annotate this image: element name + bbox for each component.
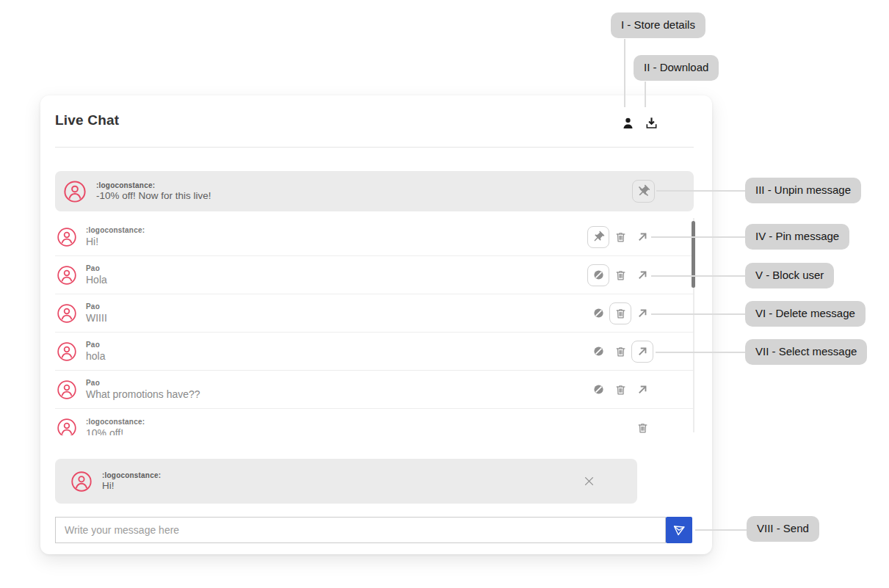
scrollbar-thumb[interactable] (692, 221, 695, 288)
message-input[interactable] (55, 517, 666, 543)
callout-label-vii: VII - Select message (745, 339, 867, 365)
message-list: :logoconstance: Hi! Pao Hola Pao WIIII P… (55, 218, 694, 435)
message-row: Pao WIIII (55, 294, 694, 333)
reply-preview: :logoconstance: Hi! (55, 459, 637, 504)
pin-slash-icon (636, 184, 650, 198)
avatar-icon (57, 304, 76, 323)
select-message-button[interactable] (631, 226, 653, 248)
block-icon (592, 345, 605, 357)
callout-connector-iii (656, 190, 745, 192)
unpin-message-button[interactable] (632, 180, 655, 203)
message-row: Pao Hola (55, 256, 694, 294)
download-icon (644, 116, 659, 131)
callout-connector-i (624, 39, 625, 107)
delete-message-button[interactable] (609, 264, 631, 286)
store-details-button[interactable] (619, 115, 636, 132)
avatar-icon (57, 266, 76, 285)
pin-icon (592, 231, 605, 244)
block-user-button[interactable] (587, 341, 609, 363)
block-icon (592, 269, 605, 281)
delete-message-button[interactable] (609, 302, 631, 324)
callout-label-v: V - Block user (745, 263, 834, 288)
callout-label-i: I - Store details (611, 12, 705, 38)
callout-label-ii: II - Download (634, 55, 719, 81)
select-message-button[interactable] (631, 341, 653, 363)
callout-connector-vi (651, 313, 745, 315)
close-icon (582, 474, 596, 488)
avatar-icon (57, 228, 76, 247)
callout-label-iii: III - Unpin message (745, 178, 861, 203)
message-row: Pao What promotions have?? (55, 371, 694, 409)
arrow-icon (636, 345, 649, 357)
person-icon (621, 116, 635, 131)
select-message-button[interactable] (631, 264, 653, 286)
delete-message-button[interactable] (609, 341, 631, 363)
reply-preview-text: :logoconstance: Hi! (102, 471, 161, 491)
message-actions (587, 302, 653, 324)
message-text: WIIII (86, 312, 107, 324)
send-button[interactable] (666, 517, 692, 543)
arrow-icon (636, 269, 649, 281)
callout-connector-viii (695, 529, 747, 531)
message-author: :logoconstance: (86, 226, 145, 234)
trash-icon (614, 269, 627, 282)
message-author: Pao (86, 379, 200, 387)
block-user-button[interactable] (587, 302, 609, 324)
trash-icon (614, 307, 627, 320)
callout-label-iv: IV - Pin message (745, 224, 849, 250)
paper-plane-icon (671, 522, 687, 538)
close-reply-button[interactable] (581, 473, 597, 490)
message-text: What promotions have?? (86, 388, 200, 400)
reply-preview-author: :logoconstance: (102, 471, 161, 479)
pinned-message-text: :logoconstance: -10% off! Now for this l… (96, 181, 211, 201)
pinned-message: :logoconstance: -10% off! Now for this l… (55, 171, 694, 211)
message-actions (587, 341, 653, 363)
message-text: Hi! (86, 236, 145, 247)
header-divider (55, 147, 694, 148)
avatar-icon (57, 342, 76, 361)
trash-icon (614, 345, 627, 358)
trash-icon (636, 421, 649, 435)
callout-connector-iv (651, 236, 745, 238)
avatar-icon (57, 418, 76, 435)
message-author: :logoconstance: (86, 418, 145, 426)
page-title: Live Chat (55, 112, 119, 128)
block-icon (592, 307, 605, 319)
arrow-icon (636, 383, 649, 396)
select-message-button[interactable] (631, 302, 653, 324)
composer (55, 517, 692, 543)
avatar-icon (64, 181, 86, 203)
message-actions (587, 264, 653, 286)
message-row: :logoconstance: 10% off! (55, 409, 694, 435)
download-button[interactable] (642, 115, 660, 132)
delete-message-button[interactable] (631, 417, 653, 435)
message-author: Pao (86, 341, 105, 349)
pin-message-button[interactable] (587, 226, 609, 248)
message-text: 10% off! (86, 427, 145, 436)
message-text: Hola (86, 274, 107, 286)
message-author: Pao (86, 302, 107, 311)
callout-connector-vii (656, 352, 745, 353)
callout-connector-v (651, 275, 745, 277)
callout-connector-ii (645, 81, 646, 107)
message-text: hola (86, 350, 105, 362)
select-message-button[interactable] (631, 379, 653, 401)
pinned-message-author: :logoconstance: (96, 181, 211, 189)
callout-label-vi: VI - Delete message (745, 301, 866, 327)
callout-label-viii: VIII - Send (747, 516, 819, 542)
reply-preview-body: Hi! (102, 480, 161, 491)
avatar-icon (71, 471, 92, 492)
live-chat-panel: Live Chat :logoconstance: -10% off! Now … (40, 95, 712, 554)
avatar-icon (57, 380, 76, 399)
trash-icon (614, 231, 627, 244)
block-icon (592, 383, 605, 396)
arrow-icon (636, 307, 649, 319)
block-user-button[interactable] (587, 379, 609, 401)
header-actions (619, 115, 660, 132)
delete-message-button[interactable] (609, 226, 631, 248)
delete-message-button[interactable] (609, 379, 631, 401)
message-actions (631, 417, 653, 435)
message-actions (587, 379, 653, 401)
block-user-button[interactable] (587, 264, 609, 286)
message-author: Pao (86, 264, 107, 272)
